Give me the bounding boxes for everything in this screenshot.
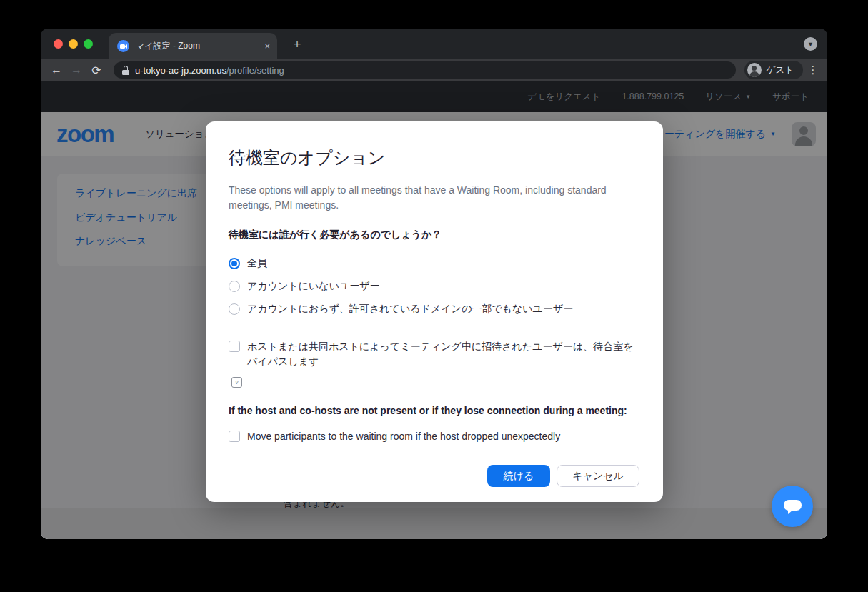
browser-menu-button[interactable]: ⋮ xyxy=(806,64,820,76)
continue-button[interactable]: 続ける xyxy=(487,465,551,487)
close-tab-button[interactable]: × xyxy=(264,41,270,51)
checkbox-bypass-waiting-room[interactable]: ホストまたは共同ホストによってミーティング中に招待されたユーザーは、待合室をバイ… xyxy=(229,339,640,369)
browser-toolbar: ← → ⟳ u-tokyo-ac-jp.zoom.us/profile/sett… xyxy=(41,59,827,81)
checkbox-label: ホストまたは共同ホストによってミーティング中に招待されたユーザーは、待合室をバイ… xyxy=(247,339,640,369)
radio-option-everyone[interactable]: 全員 xyxy=(229,252,640,275)
forward-button[interactable]: → xyxy=(68,64,85,76)
profile-button[interactable]: ゲスト xyxy=(744,61,803,79)
reload-button[interactable]: ⟳ xyxy=(88,64,105,77)
radio-button-icon[interactable] xyxy=(229,281,240,292)
lock-icon xyxy=(122,66,129,75)
radio-label: 全員 xyxy=(247,257,267,270)
checkbox-label: Move participants to the waiting room if… xyxy=(247,429,560,444)
desktop-background: マイ設定 - Zoom × + ▼ ← → ⟳ u-tokyo-ac-jp.zo… xyxy=(0,0,868,592)
browser-tab[interactable]: マイ設定 - Zoom × xyxy=(109,33,277,59)
checkbox-icon[interactable] xyxy=(229,431,240,442)
dialog-description: These options will apply to all meetings… xyxy=(229,183,620,214)
url-path: /profile/setting xyxy=(226,65,284,76)
dialog-question: 待機室には誰が行く必要があるのでしょうか？ xyxy=(229,229,640,241)
url-domain: u-tokyo-ac-jp.zoom.us xyxy=(135,65,226,76)
window-controls xyxy=(54,29,93,59)
zoom-settings-page: デモをリクエスト 1.888.799.0125 リソース▼ サポート zoom … xyxy=(41,81,827,539)
minimize-window-button[interactable] xyxy=(69,39,78,49)
browser-window: マイ設定 - Zoom × + ▼ ← → ⟳ u-tokyo-ac-jp.zo… xyxy=(41,29,827,539)
waiting-room-options-dialog: 待機室のオプション These options will apply to al… xyxy=(206,121,663,502)
url-text: u-tokyo-ac-jp.zoom.us/profile/setting xyxy=(135,65,284,76)
radio-option-users-not-in-domain[interactable]: アカウントにおらず、許可されているドメインの一部でもないユーザー xyxy=(229,298,640,321)
url-bar[interactable]: u-tokyo-ac-jp.zoom.us/profile/setting xyxy=(114,61,736,79)
host-absent-heading: If the host and co-hosts are not present… xyxy=(229,405,640,416)
chevron-down-icon: ▼ xyxy=(807,41,814,48)
maximize-window-button[interactable] xyxy=(84,39,93,49)
new-tab-button[interactable]: + xyxy=(289,36,306,53)
chat-launcher-button[interactable] xyxy=(772,486,813,527)
radio-label: アカウントにおらず、許可されているドメインの一部でもないユーザー xyxy=(247,303,573,316)
small-v-icon: v xyxy=(231,377,242,388)
dialog-footer: 続ける キャンセル xyxy=(487,465,639,487)
chat-bubble-icon xyxy=(784,500,802,511)
guest-avatar-icon xyxy=(747,63,762,77)
radio-label: アカウントにいないユーザー xyxy=(247,280,380,293)
back-button[interactable]: ← xyxy=(48,64,65,76)
dialog-title: 待機室のオプション xyxy=(229,146,640,169)
zoom-favicon-icon xyxy=(117,40,129,52)
tab-search-button[interactable]: ▼ xyxy=(804,37,817,51)
cancel-button[interactable]: キャンセル xyxy=(557,465,639,487)
tab-strip: マイ設定 - Zoom × + ▼ xyxy=(41,29,827,59)
guest-label: ゲスト xyxy=(767,64,794,76)
radio-button-icon[interactable] xyxy=(229,303,240,315)
close-window-button[interactable] xyxy=(54,39,63,49)
radio-option-users-not-in-account[interactable]: アカウントにいないユーザー xyxy=(229,275,640,298)
radio-button-icon[interactable] xyxy=(229,258,240,269)
checkbox-move-participants[interactable]: Move participants to the waiting room if… xyxy=(229,429,640,444)
checkbox-icon[interactable] xyxy=(229,341,240,352)
tab-title: マイ設定 - Zoom xyxy=(136,40,258,52)
